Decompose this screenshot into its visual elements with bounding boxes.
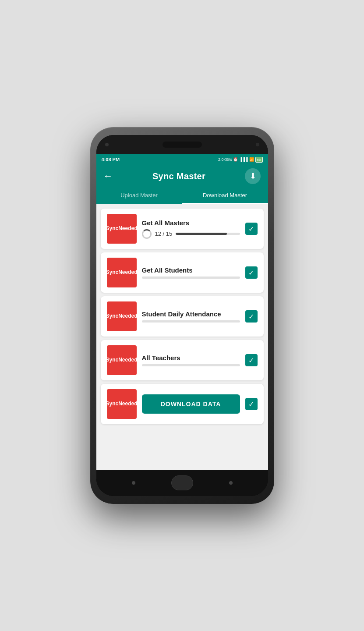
check-icon-2[interactable]: ✓ — [245, 266, 258, 279]
card-title-1: Get All Masters — [142, 219, 240, 227]
progress-bar-3 — [142, 320, 240, 323]
progress-bar-4 — [142, 364, 240, 366]
signal-icon: ▐▐▐ — [239, 157, 247, 162]
check-icon-3[interactable]: ✓ — [245, 310, 258, 323]
clock-icon: ⏰ — [233, 157, 238, 162]
phone-notch — [96, 135, 268, 154]
progress-bar-2 — [142, 277, 240, 279]
card-content-2: Get All Students — [142, 266, 240, 279]
header-download-icon[interactable]: ⬇ — [245, 168, 261, 184]
progress-fill-1 — [176, 233, 227, 235]
card-all-teachers: Sync Needed All Teachers ✓ — [101, 340, 264, 380]
card-content-4: All Teachers — [142, 354, 240, 366]
status-time: 4:08 PM — [102, 157, 120, 162]
phone-screen: 4:08 PM 2.0KB/s ⏰ ▐▐▐ 📶 66 ← Sync Master… — [96, 135, 268, 496]
phone-frame: 4:08 PM 2.0KB/s ⏰ ▐▐▐ 📶 66 ← Sync Master… — [90, 127, 274, 504]
sync-badge-3: Sync Needed — [107, 301, 137, 331]
check-icon-4[interactable]: ✓ — [245, 354, 258, 366]
download-card: Sync Needed DOWNLOAD DATA ✓ — [101, 384, 264, 424]
sync-badge-2: Sync Needed — [107, 258, 137, 287]
nav-dot-right — [229, 481, 233, 485]
nav-dot-left — [132, 481, 135, 485]
status-icons: 2.0KB/s ⏰ ▐▐▐ 📶 66 — [218, 157, 263, 163]
speed-indicator: 2.0KB/s — [218, 157, 232, 162]
card-content-1: Get All Masters 12 / 15 — [142, 219, 240, 239]
app-screen: 4:08 PM 2.0KB/s ⏰ ▐▐▐ 📶 66 ← Sync Master… — [96, 154, 268, 470]
download-data-button[interactable]: DOWNLOAD DATA — [142, 394, 240, 414]
loading-spinner-1 — [142, 229, 152, 239]
content-area: Sync Needed Get All Masters 12 / 15 — [96, 204, 268, 470]
speaker — [105, 143, 109, 146]
tab-upload-master[interactable]: Upload Master — [96, 188, 182, 204]
sync-badge-4: Sync Needed — [107, 345, 137, 375]
back-button[interactable]: ← — [103, 170, 113, 182]
progress-row-1: 12 / 15 — [142, 229, 240, 239]
card-content-3: Student Daily Attendance — [142, 310, 240, 323]
phone-bottom-bar — [96, 470, 268, 496]
card-get-all-students: Sync Needed Get All Students ✓ — [101, 252, 264, 293]
card-title-3: Student Daily Attendance — [142, 310, 240, 318]
card-title-4: All Teachers — [142, 354, 240, 362]
tab-download-master[interactable]: Download Master — [182, 188, 268, 204]
app-header: ← Sync Master ⬇ — [96, 165, 268, 188]
camera — [256, 143, 259, 146]
wifi-icon: 📶 — [249, 157, 254, 162]
card-title-2: Get All Students — [142, 266, 240, 274]
progress-bar-1 — [176, 233, 240, 235]
app-title: Sync Master — [152, 171, 205, 181]
progress-text-1: 12 / 15 — [155, 230, 173, 237]
home-button[interactable] — [171, 475, 193, 490]
card-get-all-masters: Sync Needed Get All Masters 12 / 15 — [101, 209, 264, 249]
sync-badge-1: Sync Needed — [107, 214, 137, 244]
sync-badge-5: Sync Needed — [107, 389, 137, 419]
tabs-bar: Upload Master Download Master — [96, 188, 268, 204]
status-bar: 4:08 PM 2.0KB/s ⏰ ▐▐▐ 📶 66 — [96, 154, 268, 165]
card-student-daily-attendance: Sync Needed Student Daily Attendance ✓ — [101, 296, 264, 337]
check-icon-1[interactable]: ✓ — [245, 223, 258, 235]
battery-indicator: 66 — [255, 157, 263, 163]
check-icon-5[interactable]: ✓ — [245, 398, 258, 410]
